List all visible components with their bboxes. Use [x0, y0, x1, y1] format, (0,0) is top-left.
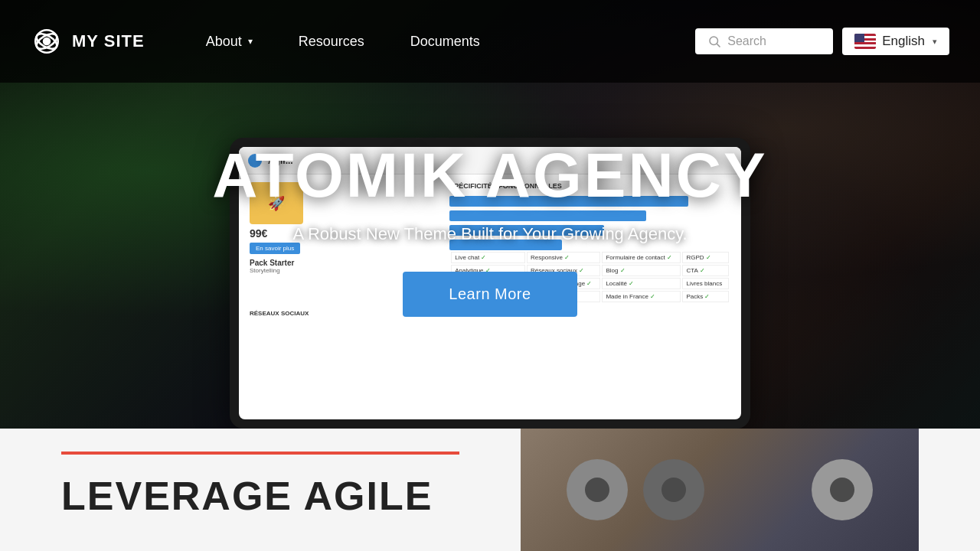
search-icon — [707, 34, 721, 48]
nav-right: Search English ▾ — [695, 28, 949, 55]
svg-point-4 — [710, 37, 718, 45]
navbar: MY SITE About ▾ Resources Documents Sear… — [0, 0, 980, 83]
nav-about-label: About — [206, 34, 242, 50]
below-fold-image — [521, 429, 919, 551]
nav-documents[interactable]: Documents — [387, 26, 503, 57]
flag-icon — [854, 34, 876, 49]
accent-line — [61, 452, 459, 455]
language-label: English — [882, 34, 925, 49]
hero-title: ATOMIK AGENCY — [212, 142, 767, 208]
chevron-down-icon: ▾ — [248, 36, 253, 47]
below-fold-left: LEVERAGE AGILE — [61, 429, 521, 519]
nav-resources-label: Resources — [299, 34, 364, 50]
lang-chevron-icon: ▾ — [933, 37, 937, 47]
below-fold-section: LEVERAGE AGILE — [0, 429, 980, 551]
gear-shape-2 — [643, 459, 704, 520]
nav-links: About ▾ Resources Documents — [183, 26, 696, 57]
below-fold-bg — [521, 429, 919, 551]
gear-shape-3 — [812, 459, 873, 520]
nav-resources[interactable]: Resources — [276, 26, 387, 57]
learn-more-button[interactable]: Learn More — [403, 272, 577, 317]
svg-line-5 — [717, 44, 720, 47]
nav-about[interactable]: About ▾ — [183, 26, 276, 57]
below-fold-title: LEVERAGE AGILE — [61, 473, 521, 519]
gear-shape-1 — [567, 459, 628, 520]
logo-icon — [31, 25, 63, 57]
nav-documents-label: Documents — [410, 34, 480, 50]
svg-point-0 — [43, 37, 51, 46]
hero-subtitle: A Robust New Theme Built for Your Growin… — [292, 224, 687, 244]
language-selector[interactable]: English ▾ — [842, 28, 949, 55]
search-input[interactable]: Search — [727, 34, 766, 48]
logo-text: MY SITE — [72, 31, 145, 51]
site-logo[interactable]: MY SITE — [31, 25, 145, 57]
search-box[interactable]: Search — [695, 28, 833, 54]
